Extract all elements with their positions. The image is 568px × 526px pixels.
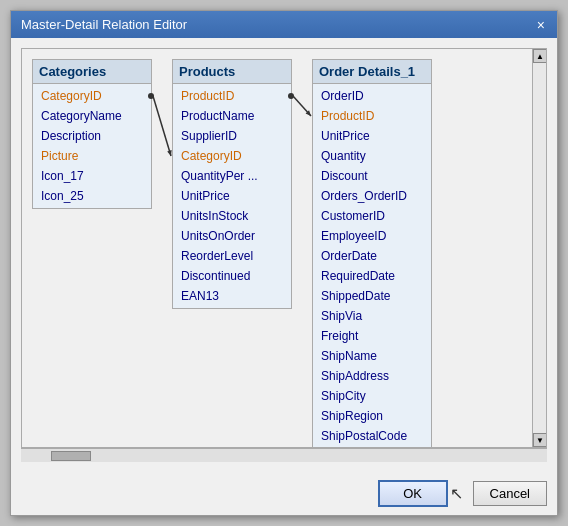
table-header-1: Products (173, 60, 291, 84)
field-1-1[interactable]: ProductName (173, 106, 291, 126)
field-2-11[interactable]: ShipVia (313, 306, 431, 326)
field-2-18[interactable]: ShipCountry (313, 446, 431, 447)
table-fields-1: ProductIDProductNameSupplierIDCategoryID… (173, 84, 291, 308)
field-1-4[interactable]: QuantityPer ... (173, 166, 291, 186)
svg-line-3 (293, 96, 311, 116)
table-header-0: Categories (33, 60, 151, 84)
field-2-15[interactable]: ShipCity (313, 386, 431, 406)
title-bar: Master-Detail Relation Editor × (11, 11, 557, 38)
tables-inner[interactable]: CategoriesCategoryIDCategoryNameDescript… (22, 49, 546, 447)
scroll-track (533, 63, 546, 433)
field-1-2[interactable]: SupplierID (173, 126, 291, 146)
field-2-6[interactable]: CustomerID (313, 206, 431, 226)
horizontal-scroll-thumb[interactable] (51, 451, 91, 461)
field-0-2[interactable]: Description (33, 126, 151, 146)
right-scrollbar: ▲ ▼ (532, 49, 546, 447)
table-box-0: CategoriesCategoryIDCategoryNameDescript… (32, 59, 152, 209)
field-2-1[interactable]: ProductID (313, 106, 431, 126)
table-box-1: ProductsProductIDProductNameSupplierIDCa… (172, 59, 292, 309)
field-2-13[interactable]: ShipName (313, 346, 431, 366)
field-1-10[interactable]: EAN13 (173, 286, 291, 306)
field-1-8[interactable]: ReorderLevel (173, 246, 291, 266)
field-2-0[interactable]: OrderID (313, 86, 431, 106)
tables-wrapper: CategoriesCategoryIDCategoryNameDescript… (21, 48, 547, 448)
table-fields-2: OrderIDProductIDUnitPriceQuantityDiscoun… (313, 84, 431, 447)
dialog-title: Master-Detail Relation Editor (21, 17, 187, 32)
scroll-up-arrow[interactable]: ▲ (533, 49, 547, 63)
field-0-3[interactable]: Picture (33, 146, 151, 166)
field-2-7[interactable]: EmployeeID (313, 226, 431, 246)
content-area: CategoriesCategoryIDCategoryNameDescript… (11, 38, 557, 472)
field-2-16[interactable]: ShipRegion (313, 406, 431, 426)
field-2-3[interactable]: Quantity (313, 146, 431, 166)
field-2-2[interactable]: UnitPrice (313, 126, 431, 146)
field-1-6[interactable]: UnitsInStock (173, 206, 291, 226)
field-0-1[interactable]: CategoryName (33, 106, 151, 126)
cursor-icon: ↖ (450, 484, 463, 503)
field-1-7[interactable]: UnitsOnOrder (173, 226, 291, 246)
svg-line-0 (153, 96, 171, 156)
field-2-4[interactable]: Discount (313, 166, 431, 186)
ok-button[interactable]: OK (378, 480, 448, 507)
scroll-down-arrow[interactable]: ▼ (533, 433, 547, 447)
field-2-10[interactable]: ShippedDate (313, 286, 431, 306)
master-detail-dialog: Master-Detail Relation Editor × Categori… (10, 10, 558, 516)
field-0-4[interactable]: Icon_17 (33, 166, 151, 186)
field-2-5[interactable]: Orders_OrderID (313, 186, 431, 206)
field-0-5[interactable]: Icon_25 (33, 186, 151, 206)
field-2-12[interactable]: Freight (313, 326, 431, 346)
field-0-0[interactable]: CategoryID (33, 86, 151, 106)
svg-marker-4 (306, 110, 311, 116)
svg-marker-1 (167, 150, 171, 156)
table-fields-0: CategoryIDCategoryNameDescriptionPicture… (33, 84, 151, 208)
table-header-2: Order Details_1 (313, 60, 431, 84)
horizontal-scrollbar (21, 448, 547, 462)
field-1-5[interactable]: UnitPrice (173, 186, 291, 206)
field-1-0[interactable]: ProductID (173, 86, 291, 106)
field-2-8[interactable]: OrderDate (313, 246, 431, 266)
close-button[interactable]: × (535, 18, 547, 32)
field-1-3[interactable]: CategoryID (173, 146, 291, 166)
cancel-button[interactable]: Cancel (473, 481, 547, 506)
table-box-2: Order Details_1OrderIDProductIDUnitPrice… (312, 59, 432, 447)
field-2-17[interactable]: ShipPostalCode (313, 426, 431, 446)
field-2-9[interactable]: RequiredDate (313, 266, 431, 286)
field-2-14[interactable]: ShipAddress (313, 366, 431, 386)
bottom-bar: OK ↖ Cancel (11, 472, 557, 515)
field-1-9[interactable]: Discontinued (173, 266, 291, 286)
